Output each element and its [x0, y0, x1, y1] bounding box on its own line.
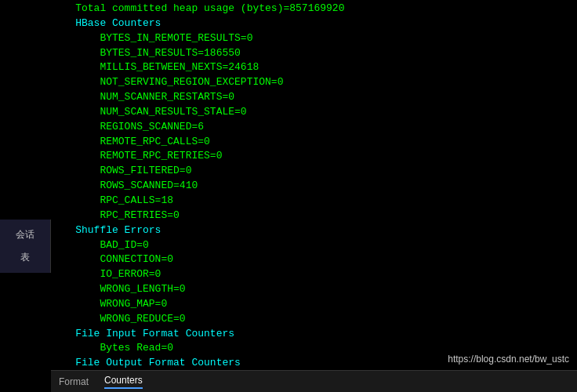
terminal-line: REMOTE_RPC_CALLS=0: [51, 135, 577, 150]
terminal-line: BAD_ID=0: [51, 238, 577, 253]
terminal-line: WRONG_LENGTH=0: [51, 282, 577, 297]
terminal-line: Total committed heap usage (bytes)=85716…: [51, 2, 577, 16]
sidebar-item-table[interactable]: 表: [0, 246, 50, 269]
terminal-line: ROWS_SCANNED=410: [51, 179, 577, 194]
watermark: https://blog.csdn.net/bw_ustc: [448, 354, 569, 365]
terminal-line: WRONG_MAP=0: [51, 297, 577, 312]
terminal-line: MILLIS_BETWEEN_NEXTS=24618: [51, 60, 577, 75]
sidebar: 会话 表: [0, 220, 51, 273]
bottom-bar-item-format[interactable]: Format: [59, 376, 89, 387]
terminal-line: CONNECTION=0: [51, 252, 577, 267]
terminal-line: RPC_CALLS=18: [51, 194, 577, 209]
terminal-line: IO_ERROR=0: [51, 267, 577, 282]
terminal-line: REMOTE_RPC_RETRIES=0: [51, 149, 577, 164]
terminal-line: BYTES_IN_RESULTS=186550: [51, 46, 577, 61]
terminal-line: REGIONS_SCANNED=6: [51, 120, 577, 135]
terminal-output: Total committed heap usage (bytes)=85716…: [51, 0, 577, 370]
terminal-line: BYTES_IN_REMOTE_RESULTS=0: [51, 31, 577, 46]
bottom-bar: FormatCounters: [51, 370, 577, 392]
terminal-line: WRONG_REDUCE=0: [51, 312, 577, 327]
terminal-line: ROWS_FILTERED=0: [51, 164, 577, 179]
terminal-line: NUM_SCAN_RESULTS_STALE=0: [51, 105, 577, 120]
terminal-line: Shuffle Errors: [51, 223, 577, 238]
terminal-window: 会话 表 Total committed heap usage (bytes)=…: [0, 0, 577, 392]
terminal-line: HBase Counters: [51, 16, 577, 31]
bottom-bar-item-counters[interactable]: Counters: [104, 375, 143, 389]
main-terminal-area: Total committed heap usage (bytes)=85716…: [51, 0, 577, 370]
terminal-line: NOT_SERVING_REGION_EXCEPTION=0: [51, 75, 577, 90]
terminal-line: File Input Format Counters: [51, 327, 577, 342]
terminal-line: NUM_SCANNER_RESTARTS=0: [51, 90, 577, 105]
sidebar-item-session[interactable]: 会话: [0, 223, 50, 246]
terminal-line: RPC_RETRIES=0: [51, 209, 577, 223]
